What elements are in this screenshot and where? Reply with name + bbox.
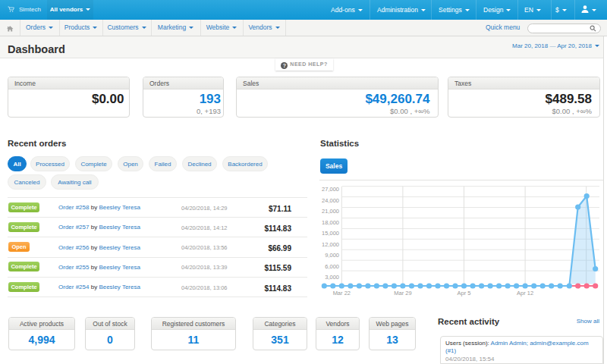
svg-text:27,000: 27,000 bbox=[322, 186, 339, 193]
svg-text:Mar 22: Mar 22 bbox=[333, 290, 351, 297]
svg-text:24,000: 24,000 bbox=[322, 197, 339, 204]
svg-text:6,000: 6,000 bbox=[325, 263, 339, 270]
svg-text:Apr 5: Apr 5 bbox=[458, 290, 471, 297]
svg-text:Apr 12: Apr 12 bbox=[517, 290, 533, 297]
svg-text:15,000: 15,000 bbox=[322, 230, 339, 237]
svg-text:Mar 29: Mar 29 bbox=[394, 290, 411, 297]
svg-text:21,000: 21,000 bbox=[322, 208, 339, 215]
svg-text:3,000: 3,000 bbox=[325, 274, 339, 281]
svg-text:9,000: 9,000 bbox=[325, 252, 339, 259]
svg-text:18,000: 18,000 bbox=[322, 219, 339, 226]
svg-text:12,000: 12,000 bbox=[322, 241, 339, 248]
